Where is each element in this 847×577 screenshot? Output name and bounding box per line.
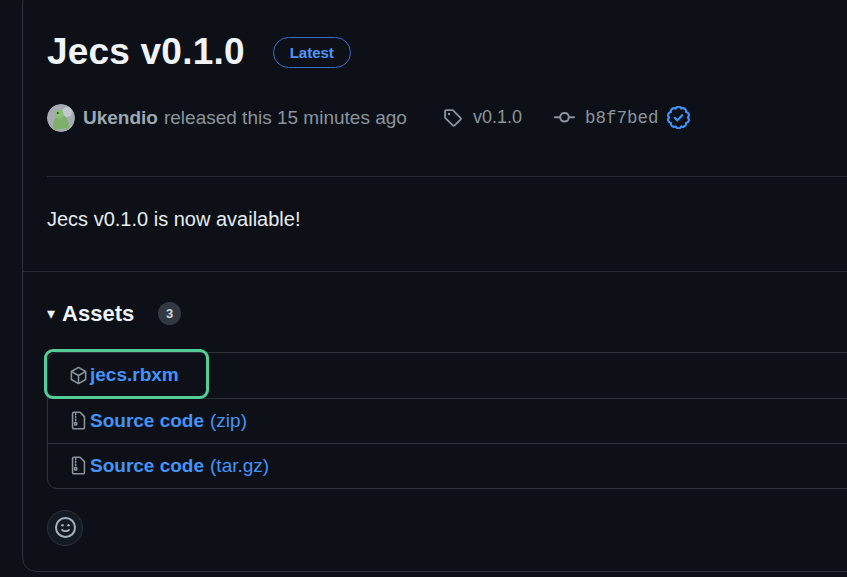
release-tag: v0.1.0 [443, 107, 522, 128]
release-card: Jecs v0.1.0 Latest Ukendio released this… [22, 0, 847, 572]
asset-link-suffix[interactable]: (zip) [210, 410, 247, 432]
add-reaction-button[interactable] [47, 510, 83, 546]
asset-link[interactable]: jecs.rbxm [90, 364, 179, 386]
commit-icon [554, 107, 575, 128]
asset-row-source-targz: Source code (tar.gz) [48, 443, 847, 488]
release-commit: b8f7bed [554, 106, 691, 129]
avatar[interactable] [47, 104, 75, 132]
asset-link[interactable]: Source code [90, 410, 204, 432]
tag-icon [443, 108, 462, 127]
file-zip-icon [69, 411, 88, 430]
verified-badge-icon[interactable] [667, 106, 690, 129]
assets-table: jecs.rbxm Source code (zip) [47, 352, 847, 489]
asset-row-jecs-rbxm: jecs.rbxm [48, 353, 847, 398]
release-author-link[interactable]: Ukendio [83, 107, 158, 129]
page-title: Jecs v0.1.0 [47, 31, 245, 74]
avatar-image [47, 104, 75, 132]
package-icon [69, 366, 88, 385]
tag-label: v0.1.0 [473, 107, 522, 128]
assets-divider [23, 271, 847, 272]
header-divider [47, 176, 847, 177]
commit-sha-link[interactable]: b8f7bed [585, 108, 659, 128]
file-zip-icon [69, 456, 88, 475]
smiley-icon [55, 517, 76, 538]
release-body: Jecs v0.1.0 is now available! [47, 208, 847, 231]
asset-link[interactable]: Source code [90, 455, 204, 477]
caret-down-icon[interactable]: ▾ [47, 306, 55, 322]
release-byline: Ukendio released this 15 minutes ago v0.… [47, 104, 847, 132]
asset-link-suffix[interactable]: (tar.gz) [210, 455, 269, 477]
release-header: Jecs v0.1.0 Latest [47, 31, 847, 74]
asset-row-source-zip: Source code (zip) [48, 398, 847, 443]
assets-count-badge: 3 [158, 302, 181, 325]
latest-badge[interactable]: Latest [273, 37, 351, 68]
assets-header: ▾ Assets 3 [47, 301, 847, 327]
released-text: released this 15 minutes ago [164, 107, 407, 129]
assets-heading[interactable]: Assets [62, 301, 134, 327]
